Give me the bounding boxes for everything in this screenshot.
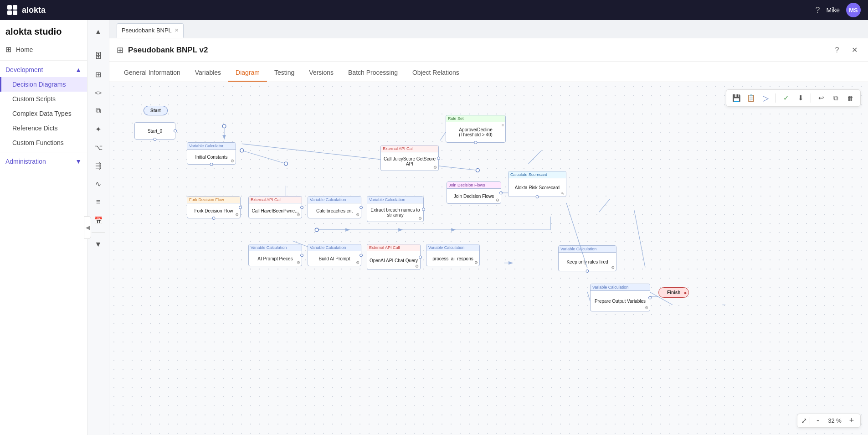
sidebar-administration-section: Administration ▼: [0, 152, 87, 169]
icon-btn-blocks[interactable]: ⧉: [90, 103, 107, 119]
node-prepare-output[interactable]: Variable Calculation Prepare Output Vari…: [590, 284, 650, 311]
page-help-btn[interactable]: ?: [831, 44, 843, 57]
toolbar-save-btn[interactable]: 💾: [730, 92, 743, 104]
open-tabs-bar: Pseudobank BNPL ✕: [109, 20, 868, 38]
node-calc-header: Variable Calculation: [308, 197, 361, 203]
sidebar-item-decision-diagrams[interactable]: Decision Diagrams: [0, 77, 87, 92]
sidebar-administration-header[interactable]: Administration ▼: [0, 154, 87, 169]
node-calc-label: Calc breaches cnt ⚙: [308, 203, 361, 218]
top-navigation: alokta ? Mike MS: [0, 0, 868, 20]
node-initial-constants-label: Initial Constants ⚙: [187, 150, 236, 164]
tab-versions[interactable]: Versions: [302, 69, 341, 82]
node-extract-breach[interactable]: Variable Calculation Extract breach name…: [367, 196, 424, 222]
page-header-right: ? ✕: [831, 44, 861, 57]
node-initial-constants[interactable]: Variable Calculator Initial Constants ⚙: [187, 142, 236, 165]
node-alokta-header: Calculate Scorecard: [508, 171, 566, 178]
tab-testing[interactable]: Testing: [267, 69, 302, 82]
node-ai-prompt-pieces[interactable]: Variable Calculation AI Prompt Pieces ⚙: [248, 244, 302, 266]
main-content: Pseudobank BNPL ✕ ⊞ Pseudobank BNPL v2 ?…: [109, 20, 868, 435]
toolbar-undo-btn[interactable]: ↩: [815, 92, 827, 104]
tab-close-icon[interactable]: ✕: [175, 27, 179, 33]
toolbar-delete-btn[interactable]: 🗑: [844, 92, 857, 104]
sidebar-item-complex-data-types[interactable]: Complex Data Types: [0, 106, 87, 121]
sidebar-item-reference-dicts[interactable]: Reference Dicts: [0, 121, 87, 135]
node-process-ai-response[interactable]: Variable Calculation process_ai_respons …: [426, 244, 480, 266]
node-start0[interactable]: Start_0: [134, 122, 175, 140]
icon-btn-chart[interactable]: ∿: [90, 176, 107, 192]
toolbar-copy-btn[interactable]: ⧉: [829, 92, 842, 104]
diagram-container[interactable]: 💾 📋 ▷ ✓ ⬇ ↩ ⧉ 🗑: [109, 82, 868, 435]
zoom-in-btn[interactable]: +: [847, 416, 857, 425]
icon-btn-flow[interactable]: ⇶: [90, 157, 107, 174]
node-extract-header: Variable Calculation: [367, 197, 423, 203]
tab-general-information[interactable]: General Information: [117, 69, 188, 82]
zoom-out-btn[interactable]: -: [813, 416, 823, 425]
sidebar-development-header[interactable]: Development ▲: [0, 62, 87, 77]
sidebar-item-home[interactable]: ⊞ Home: [0, 41, 87, 58]
toolbar-saveas-btn[interactable]: 📋: [745, 92, 757, 104]
page-title: Pseudobank BNPL v2: [128, 46, 208, 55]
icon-btn-hub[interactable]: ✦: [90, 121, 107, 137]
node-approve-decline[interactable]: Rule Set Approve/Decline (Threshold > 40…: [446, 115, 506, 143]
sidebar-item-custom-scripts[interactable]: Custom Scripts: [0, 92, 87, 106]
node-alokta-risk-scorecard[interactable]: Calculate Scorecard Alokta Risk Scorecar…: [508, 171, 566, 197]
icon-btn-code[interactable]: <>: [90, 84, 107, 101]
sidebar-item-custom-functions[interactable]: Custom Functions: [0, 135, 87, 150]
zoom-fit-btn[interactable]: ⤢: [801, 416, 807, 425]
toolbar-check-btn[interactable]: ✓: [780, 92, 792, 104]
node-build-header: Variable Calculation: [308, 244, 361, 251]
toolbar-run-btn[interactable]: ▷: [759, 92, 772, 104]
tab-batch-processing[interactable]: Batch Processing: [341, 69, 405, 82]
node-initial-constants-header: Variable Calculator: [187, 143, 236, 150]
node-calc-breaches[interactable]: Variable Calculation Calc breaches cnt ⚙: [308, 196, 361, 218]
icon-btn-calendar[interactable]: 📅: [90, 212, 107, 228]
page-header-left: ⊞ Pseudobank BNPL v2: [117, 45, 208, 55]
node-build-ai-prompt[interactable]: Variable Calculation Build AI Prompt ⚙: [308, 244, 361, 266]
sidebar-home-label: Home: [16, 46, 33, 53]
node-approve-header: Rule Set: [446, 115, 505, 122]
tab-diagram[interactable]: Diagram: [228, 69, 267, 82]
svg-line-12: [599, 199, 610, 212]
icon-btn-chevron-down[interactable]: ▼: [90, 236, 107, 253]
icon-btn-chevron-up[interactable]: ▲: [90, 24, 107, 40]
node-finish[interactable]: Finish ●: [658, 287, 689, 298]
page-close-btn[interactable]: ✕: [848, 44, 861, 57]
diagram-canvas[interactable]: Start Start_0 Variable Calculator Initia…: [109, 82, 868, 435]
icon-btn-database[interactable]: 🗄: [90, 48, 107, 64]
node-join-header: Join Decision Flows: [447, 182, 501, 189]
node-fork-decision-flow[interactable]: Fork Decision Flow Fork Decision Flow ⚙: [187, 196, 241, 218]
node-call-juicyscore[interactable]: External API Call Call JuicyScore GetSco…: [380, 145, 439, 171]
chevron-up-icon: ▲: [75, 66, 82, 73]
node-start0-label: Start_0: [135, 123, 175, 139]
node-prepare-header: Variable Calculation: [591, 284, 650, 291]
custom-scripts-label: Custom Scripts: [12, 95, 56, 103]
node-prepare-label: Prepare Output Variables ⚙: [591, 291, 650, 311]
node-keep-only-rules[interactable]: Variable Calculation Keep only rules fir…: [558, 245, 616, 271]
tab-variables[interactable]: Variables: [188, 69, 228, 82]
icon-btn-split[interactable]: ⌥: [90, 139, 107, 155]
app-shell: alokta studio ⊞ Home Development ▲ Decis…: [0, 20, 868, 435]
node-process-label: process_ai_respons ⚙: [426, 251, 479, 266]
node-join-decision-flows[interactable]: Join Decision Flows Join Decision Flows …: [447, 181, 501, 204]
chevron-down-icon: ▼: [75, 158, 82, 165]
open-tab-pseudobank[interactable]: Pseudobank BNPL ✕: [117, 23, 184, 38]
toolbar-download-btn[interactable]: ⬇: [794, 92, 807, 104]
avatar[interactable]: MS: [846, 3, 861, 17]
page-header-icon: ⊞: [117, 45, 123, 55]
node-alokta-label: Alokta Risk Scorecard ∿: [508, 178, 566, 197]
node-join-label: Join Decision Flows ⚙: [447, 189, 501, 203]
node-call-havebeen[interactable]: External API Call Call HaveIBeenPwne... …: [248, 196, 302, 218]
tab-object-relations[interactable]: Object Relations: [405, 69, 467, 82]
svg-line-1: [242, 150, 286, 164]
icon-btn-list[interactable]: ≡: [90, 194, 107, 210]
node-openai-api[interactable]: External API Call OpenAI API Chat Query …: [367, 244, 421, 270]
sidebar-collapse-btn[interactable]: ◀: [84, 216, 91, 239]
user-name: Mike: [826, 6, 840, 14]
custom-functions-label: Custom Functions: [12, 139, 64, 146]
help-icon[interactable]: ?: [815, 5, 820, 15]
sidebar-wrapper: alokta studio ⊞ Home Development ▲ Decis…: [0, 20, 87, 435]
icon-btn-table[interactable]: ⊞: [90, 66, 107, 83]
svg-marker-16: [222, 135, 226, 140]
zoom-controls: ⤢ - 32 % +: [797, 414, 861, 428]
node-juicyscore-label: Call JuicyScore GetScore API ⚙: [381, 152, 438, 171]
